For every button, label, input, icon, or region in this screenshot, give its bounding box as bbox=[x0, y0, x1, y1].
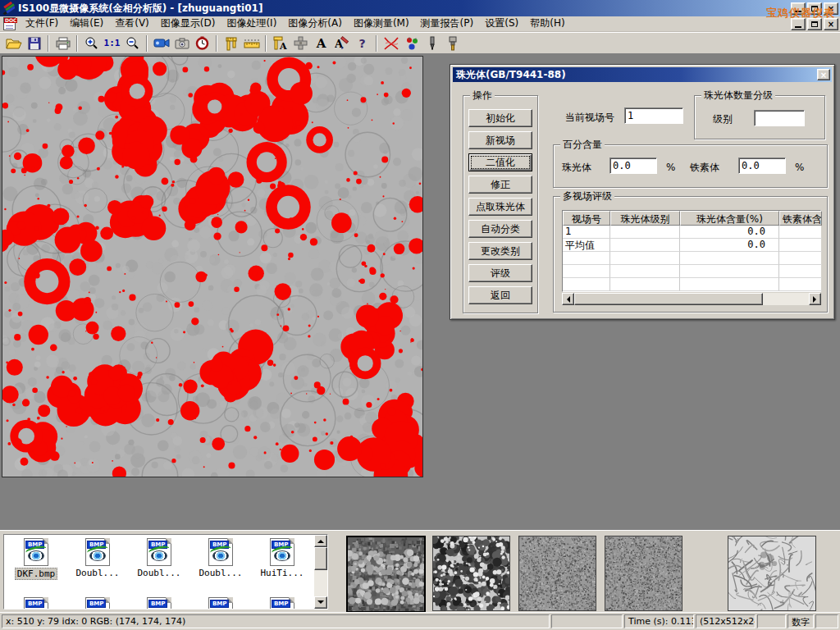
grid-tool-button[interactable] bbox=[290, 34, 311, 53]
text-annotate-button[interactable]: A bbox=[311, 34, 331, 53]
timer-button[interactable] bbox=[192, 34, 212, 53]
menu-view[interactable]: 查看(V) bbox=[109, 16, 155, 32]
level-input[interactable] bbox=[754, 110, 805, 126]
menu-file[interactable]: 文件(F) bbox=[20, 16, 64, 32]
clock-icon bbox=[195, 36, 209, 50]
video-capture-button[interactable] bbox=[151, 34, 171, 53]
menu-image-measure[interactable]: 图像测量(M) bbox=[348, 16, 415, 32]
file-name[interactable]: Doubl... bbox=[198, 568, 244, 578]
process-time-readout: Time (s): 0.113 bbox=[624, 614, 694, 628]
table-row[interactable] bbox=[563, 265, 820, 278]
help-button[interactable]: ? bbox=[352, 34, 372, 53]
file-item[interactable]: BMP Doubl... bbox=[67, 538, 128, 578]
pearlite-dialog: 珠光体(GB/T9441-88) × 操作 初始化 新视场 二值化 修正 点取珠… bbox=[450, 64, 835, 320]
thumbnail-3[interactable] bbox=[518, 536, 596, 611]
document-icon[interactable]: DOC bbox=[3, 17, 16, 30]
table-hscrollbar[interactable] bbox=[562, 293, 821, 305]
menu-image-processing[interactable]: 图像处理(I) bbox=[221, 16, 282, 32]
file-name[interactable]: DKF.bmp bbox=[15, 568, 57, 580]
video-camera-icon bbox=[153, 38, 170, 48]
file-item[interactable]: BMP bbox=[252, 597, 313, 609]
percent-group-label: 百分含量 bbox=[560, 139, 605, 150]
particle-analysis-button[interactable] bbox=[401, 34, 422, 53]
mdi-minimize-button[interactable] bbox=[791, 18, 806, 30]
open-file-button[interactable] bbox=[3, 34, 24, 53]
file-list-panel[interactable]: BMP DKF.bmp BMP Doubl... BMP Doubl... BM… bbox=[3, 534, 328, 609]
file-item[interactable]: BMP HuiTi... bbox=[252, 538, 313, 578]
zoom-in-button[interactable] bbox=[81, 34, 102, 53]
thumbnail-2[interactable] bbox=[432, 536, 510, 611]
pen-tool-button[interactable] bbox=[422, 34, 442, 53]
menu-image-analysis[interactable]: 图像分析(A) bbox=[282, 16, 348, 32]
menu-report[interactable]: 测量报告(P) bbox=[415, 16, 480, 32]
zoom-out-button[interactable] bbox=[122, 34, 143, 53]
rate-button[interactable]: 评级 bbox=[468, 264, 532, 282]
pearlite-percent-input[interactable] bbox=[609, 158, 657, 174]
mdi-close-button[interactable]: × bbox=[824, 18, 838, 30]
menu-help[interactable]: 帮助(H) bbox=[524, 16, 570, 32]
scroll-right-button[interactable] bbox=[809, 293, 821, 305]
file-name[interactable]: Doubl... bbox=[136, 568, 183, 578]
pen-icon bbox=[427, 36, 437, 51]
menu-image-display[interactable]: 图像显示(D) bbox=[155, 16, 221, 32]
fill-tool-button[interactable] bbox=[442, 34, 463, 53]
file-item[interactable]: BMP bbox=[6, 597, 66, 609]
menu-settings[interactable]: 设置(S) bbox=[479, 16, 524, 32]
auto-classify-button[interactable]: 自动分类 bbox=[468, 220, 532, 238]
hscroll-thumb[interactable] bbox=[574, 293, 763, 305]
print-button[interactable] bbox=[52, 34, 73, 53]
vscroll-thumb[interactable] bbox=[314, 547, 327, 570]
close-button[interactable]: × bbox=[824, 2, 838, 15]
table-row[interactable]: 10.0 bbox=[563, 226, 820, 239]
file-item[interactable]: BMP bbox=[190, 597, 251, 609]
photo-capture-button[interactable] bbox=[171, 34, 192, 53]
file-item[interactable]: BMP bbox=[129, 597, 189, 609]
measure-text-button[interactable]: A bbox=[270, 34, 290, 53]
text-edit-button[interactable]: A bbox=[331, 34, 352, 53]
return-button[interactable]: 返回 bbox=[468, 286, 532, 304]
file-name[interactable]: HuiTi... bbox=[259, 568, 306, 578]
correct-button[interactable]: 修正 bbox=[468, 176, 532, 194]
minimize-button[interactable] bbox=[791, 2, 806, 15]
binarize-button[interactable]: 二值化 bbox=[468, 153, 532, 171]
metallograph-image[interactable] bbox=[2, 56, 423, 477]
thumbnail-4[interactable] bbox=[605, 536, 682, 611]
curve-analysis-button[interactable] bbox=[381, 34, 401, 53]
thumbnail-1[interactable] bbox=[346, 536, 426, 613]
status-spare-3 bbox=[815, 614, 838, 628]
table-row[interactable] bbox=[563, 278, 820, 291]
dialog-close-button[interactable]: × bbox=[817, 69, 830, 80]
menu-edit[interactable]: 编辑(E) bbox=[64, 16, 109, 32]
ruler-button[interactable] bbox=[241, 34, 262, 53]
ferrite-label: 铁素体 bbox=[690, 161, 719, 175]
mdi-restore-button[interactable] bbox=[807, 18, 822, 30]
file-item[interactable]: BMP Doubl... bbox=[190, 538, 251, 578]
caliper-measure-button[interactable] bbox=[221, 34, 241, 53]
file-item[interactable]: BMP Doubl... bbox=[129, 538, 189, 578]
title-bar[interactable]: IS100显微摄像系统(金相分析版) - [zhuguangti01] × bbox=[0, 0, 840, 16]
change-class-button[interactable]: 更改类别 bbox=[468, 242, 532, 260]
table-header-row: 视场号 珠光体级别 珠光体含量(%) 铁素体含量(%) bbox=[563, 211, 820, 226]
restore-button[interactable] bbox=[807, 2, 822, 15]
file-item[interactable]: BMP DKF.bmp bbox=[6, 538, 66, 580]
new-field-button[interactable]: 新视场 bbox=[468, 131, 532, 149]
actual-size-button[interactable]: 1:1 bbox=[102, 34, 122, 53]
file-name[interactable]: Doubl... bbox=[75, 568, 121, 578]
dialog-title-bar[interactable]: 珠光体(GB/T9441-88) × bbox=[453, 67, 832, 82]
table-row[interactable]: 平均值0.0 bbox=[563, 239, 820, 252]
rating-table[interactable]: 视场号 珠光体级别 珠光体含量(%) 铁素体含量(%) 10.0 平均值0.0 bbox=[562, 210, 821, 292]
current-field-input[interactable] bbox=[624, 107, 683, 124]
file-item[interactable]: BMP bbox=[67, 597, 128, 609]
scroll-up-button[interactable] bbox=[314, 535, 327, 547]
table-row[interactable] bbox=[563, 252, 820, 265]
caliper-text-icon: A bbox=[273, 36, 288, 51]
thumbnail-5[interactable] bbox=[728, 536, 816, 611]
init-button[interactable]: 初始化 bbox=[468, 109, 532, 127]
scroll-left-button[interactable] bbox=[562, 293, 574, 305]
current-field-label: 当前视场号 bbox=[565, 111, 614, 125]
scroll-down-button[interactable] bbox=[314, 596, 327, 609]
ferrite-percent-input[interactable] bbox=[738, 158, 786, 174]
pick-pearlite-button[interactable]: 点取珠光体 bbox=[468, 198, 532, 216]
file-list-vscrollbar[interactable] bbox=[314, 535, 327, 609]
save-button[interactable] bbox=[24, 34, 44, 53]
